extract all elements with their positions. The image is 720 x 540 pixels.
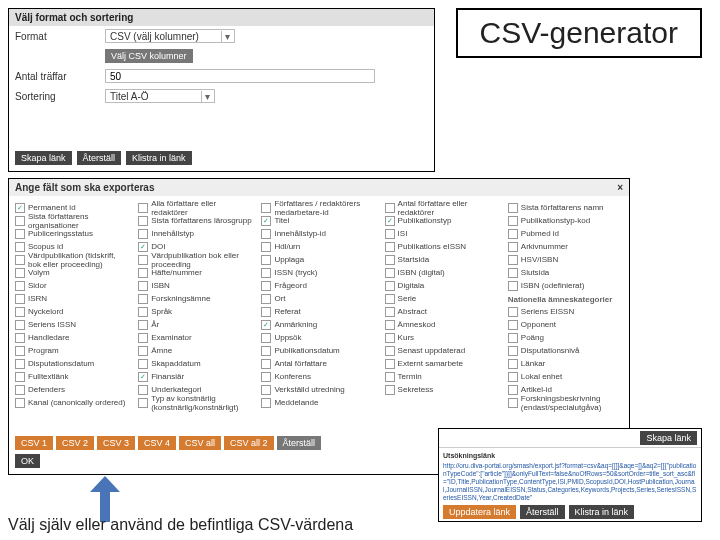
field-checkbox[interactable]: Antal författare eller redaktörer (385, 202, 500, 213)
link-url[interactable]: http://oru.diva-portal.org/smash/export.… (443, 462, 697, 501)
field-checkbox[interactable]: ISI (385, 228, 500, 239)
field-checkbox[interactable]: Kanal (canonically ordered) (15, 397, 130, 408)
preset-button[interactable]: Återställ (277, 436, 322, 450)
field-checkbox[interactable]: ISBN (digital) (385, 267, 500, 278)
field-checkbox[interactable]: Disputationsdatum (15, 358, 130, 369)
field-checkbox[interactable]: Opponent (508, 319, 623, 330)
field-checkbox[interactable]: Uppsök (261, 332, 376, 343)
field-checkbox[interactable]: Publiceringsstatus (15, 228, 130, 239)
field-checkbox[interactable]: Seriens ISSN (15, 319, 130, 330)
field-checkbox[interactable]: Forskningsämne (138, 293, 253, 304)
field-checkbox[interactable]: Upplaga (261, 254, 376, 265)
field-checkbox[interactable]: Ämneskod (385, 319, 500, 330)
preset-button[interactable]: CSV 2 (56, 436, 94, 450)
field-checkbox[interactable]: Handledare (15, 332, 130, 343)
field-checkbox[interactable]: År (138, 319, 253, 330)
field-checkbox[interactable]: Ämne (138, 345, 253, 356)
checkbox-icon (138, 385, 148, 395)
field-checkbox[interactable]: Serie (385, 293, 500, 304)
field-checkbox[interactable]: Språk (138, 306, 253, 317)
field-checkbox[interactable]: Poäng (508, 332, 623, 343)
field-checkbox[interactable]: Publikationstyp-kod (508, 215, 623, 226)
field-label: Uppsök (274, 333, 301, 342)
field-checkbox[interactable]: Sidor (15, 280, 130, 291)
field-checkbox[interactable]: Disputationsnivå (508, 345, 623, 356)
field-checkbox[interactable]: Examinator (138, 332, 253, 343)
field-checkbox[interactable]: Värdpublikation (tidskrift, bok eller pr… (15, 254, 130, 265)
field-checkbox[interactable]: Seriens EISSN (508, 306, 623, 317)
field-checkbox[interactable]: Meddelande (261, 397, 376, 408)
field-checkbox[interactable]: Senast uppdaterad (385, 345, 500, 356)
field-checkbox[interactable]: Sista författarens namn (508, 202, 623, 213)
close-icon[interactable]: × (617, 182, 623, 193)
field-checkbox[interactable]: Referat (261, 306, 376, 317)
format-select[interactable]: CSV (välj kolumner)▾ (105, 29, 235, 43)
field-checkbox[interactable]: Volym (15, 267, 130, 278)
field-checkbox[interactable]: ISRN (15, 293, 130, 304)
field-checkbox[interactable]: ISBN (138, 280, 253, 291)
field-checkbox[interactable]: Digitala (385, 280, 500, 291)
field-checkbox[interactable]: Abstract (385, 306, 500, 317)
field-checkbox[interactable]: Fulltextlänk (15, 371, 130, 382)
field-checkbox[interactable]: Pubmed id (508, 228, 623, 239)
checkbox-icon: ✓ (138, 242, 148, 252)
ok-button[interactable]: OK (15, 454, 40, 468)
field-checkbox[interactable]: Sekretess (385, 384, 500, 395)
field-checkbox[interactable]: Länkar (508, 358, 623, 369)
field-checkbox[interactable]: ✓Publikationstyp (385, 215, 500, 226)
field-checkbox[interactable]: Värdpublikation bok eller proceeding (138, 254, 253, 265)
field-checkbox[interactable]: Typ av konstnärlig (konstnärlig/konstnär… (138, 397, 253, 408)
field-checkbox[interactable]: Författares / redaktörers medarbetare-id (261, 202, 376, 213)
field-checkbox[interactable]: Ort (261, 293, 376, 304)
field-label: Länkar (521, 359, 545, 368)
field-checkbox[interactable]: Nyckelord (15, 306, 130, 317)
field-checkbox[interactable]: Termin (385, 371, 500, 382)
field-checkbox[interactable]: Verkställd utredning (261, 384, 376, 395)
field-checkbox[interactable]: Antal författare (261, 358, 376, 369)
field-checkbox[interactable]: Defenders (15, 384, 130, 395)
field-checkbox[interactable]: Hdl/urn (261, 241, 376, 252)
field-checkbox[interactable]: ISBN (odefinierat) (508, 280, 623, 291)
preset-button[interactable]: CSV 3 (97, 436, 135, 450)
hits-input[interactable] (105, 69, 375, 83)
field-checkbox[interactable]: ✓Titel (261, 215, 376, 226)
field-checkbox[interactable]: ISSN (tryck) (261, 267, 376, 278)
sort-select[interactable]: Titel A-Ö▾ (105, 89, 215, 103)
field-checkbox[interactable]: ✓Finansiär (138, 371, 253, 382)
field-checkbox[interactable]: Frågeord (261, 280, 376, 291)
field-checkbox[interactable]: Publikationsdatum (261, 345, 376, 356)
reset-link-button[interactable]: Återställ (520, 505, 565, 519)
field-checkbox[interactable]: Publikations eISSN (385, 241, 500, 252)
field-checkbox[interactable]: ✓Anmärkning (261, 319, 376, 330)
preset-button[interactable]: CSV 4 (138, 436, 176, 450)
field-checkbox[interactable]: Innehållstyp (138, 228, 253, 239)
checkbox-icon (508, 385, 518, 395)
field-checkbox[interactable]: Sista författarens organisationer (15, 215, 130, 226)
choose-columns-button[interactable]: Välj CSV kolumner (105, 49, 193, 63)
field-checkbox[interactable]: Sista författarens lärosgrupp (138, 215, 253, 226)
update-link-button[interactable]: Uppdatera länk (443, 505, 516, 519)
field-label: Titel (274, 216, 289, 225)
paste-link-button[interactable]: Klistra in länk (126, 151, 192, 165)
paste-link-button-2[interactable]: Klistra in länk (569, 505, 635, 519)
preset-button[interactable]: CSV all (179, 436, 221, 450)
field-checkbox[interactable]: Program (15, 345, 130, 356)
field-checkbox[interactable]: Innehållstyp-id (261, 228, 376, 239)
reset-button[interactable]: Återställ (77, 151, 122, 165)
field-checkbox[interactable]: Kurs (385, 332, 500, 343)
field-checkbox[interactable]: Skapaddatum (138, 358, 253, 369)
preset-button[interactable]: CSV 1 (15, 436, 53, 450)
field-checkbox[interactable]: HSV/ISBN (508, 254, 623, 265)
field-checkbox[interactable]: Lokal enhet (508, 371, 623, 382)
field-checkbox[interactable]: Alla författare eller redaktörer (138, 202, 253, 213)
field-checkbox[interactable]: Slutsida (508, 267, 623, 278)
field-checkbox[interactable]: Forskningsbeskrivning (endast/specialutg… (508, 397, 623, 408)
field-checkbox[interactable]: Startsida (385, 254, 500, 265)
create-link-button[interactable]: Skapa länk (15, 151, 72, 165)
preset-button[interactable]: CSV all 2 (224, 436, 274, 450)
create-link-button-2[interactable]: Skapa länk (640, 431, 697, 445)
field-checkbox[interactable]: Externt samarbete (385, 358, 500, 369)
field-checkbox[interactable]: Konferens (261, 371, 376, 382)
field-checkbox[interactable]: Arkivnummer (508, 241, 623, 252)
field-checkbox[interactable]: Häfte/nummer (138, 267, 253, 278)
